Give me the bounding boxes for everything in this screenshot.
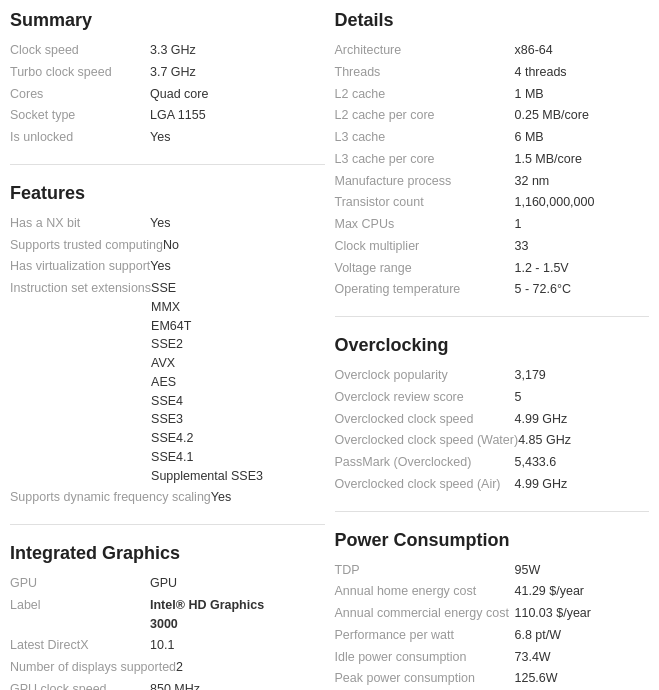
row-value: 10.1 (150, 636, 174, 655)
row-value: 95W (515, 561, 541, 580)
overclocking-rows: Overclock popularity3,179Overclock revie… (335, 366, 650, 494)
row-value: Intel® HD Graphics3000 (150, 596, 264, 634)
row-value: 3.3 GHz (150, 41, 196, 60)
row-label: GPU (10, 574, 150, 593)
table-row: Operating temperature5 - 72.6°C (335, 280, 650, 299)
table-row: Threads4 threads (335, 63, 650, 82)
table-row: L3 cache6 MB (335, 128, 650, 147)
table-row: L2 cache per core0.25 MB/core (335, 106, 650, 125)
summary-section: Summary Clock speed3.3 GHzTurbo clock sp… (10, 10, 325, 165)
row-label: Architecture (335, 41, 515, 60)
graphics-rows: GPUGPULabelIntel® HD Graphics3000Latest … (10, 574, 325, 690)
table-row: Transistor count1,160,000,000 (335, 193, 650, 212)
row-label: Manufacture process (335, 172, 515, 191)
graphics-section: Integrated Graphics GPUGPULabelIntel® HD… (10, 543, 325, 690)
table-row: Socket typeLGA 1155 (10, 106, 325, 125)
table-row: Supports dynamic frequency scalingYes (10, 488, 325, 507)
table-row: Instruction set extensionsSSEMMXEM64TSSE… (10, 279, 325, 485)
table-row: Max CPUs1 (335, 215, 650, 234)
row-value: 1.2 - 1.5V (515, 259, 569, 278)
row-label: Label (10, 596, 150, 615)
table-row: Number of displays supported2 (10, 658, 325, 677)
details-section: Details Architecturex86-64Threads4 threa… (335, 10, 650, 317)
table-row: Has virtualization supportYes (10, 257, 325, 276)
row-label: Annual home energy cost (335, 582, 515, 601)
row-value: GPU (150, 574, 177, 593)
row-value: 5 (515, 388, 522, 407)
right-column: Details Architecturex86-64Threads4 threa… (335, 10, 650, 690)
table-row: Annual home energy cost41.29 $/year (335, 582, 650, 601)
row-value: 1 (515, 215, 522, 234)
table-row: Overclock review score5 (335, 388, 650, 407)
row-label: Has a NX bit (10, 214, 150, 233)
row-label: Performance per watt (335, 626, 515, 645)
row-label: Overclock popularity (335, 366, 515, 385)
row-label: L2 cache (335, 85, 515, 104)
row-label: Voltage range (335, 259, 515, 278)
row-label: Supports trusted computing (10, 236, 163, 255)
table-row: PassMark (Overclocked)5,433.6 (335, 453, 650, 472)
row-value: 1.5 MB/core (515, 150, 582, 169)
row-value: 73.4W (515, 648, 551, 667)
row-value: 3.7 GHz (150, 63, 196, 82)
power-title: Power Consumption (335, 530, 650, 551)
row-value: 4.85 GHz (518, 431, 571, 450)
table-row: CoresQuad core (10, 85, 325, 104)
table-row: Is unlockedYes (10, 128, 325, 147)
row-value: 4.99 GHz (515, 410, 568, 429)
row-label: Has virtualization support (10, 257, 150, 276)
row-value: Yes (150, 257, 170, 276)
row-label: Latest DirectX (10, 636, 150, 655)
row-label: Operating temperature (335, 280, 515, 299)
features-rows: Has a NX bitYesSupports trusted computin… (10, 214, 325, 507)
row-label: GPU clock speed (10, 680, 150, 690)
table-row: Clock multiplier33 (335, 237, 650, 256)
row-value: 6.8 pt/W (515, 626, 562, 645)
graphics-title: Integrated Graphics (10, 543, 325, 564)
row-label: Supports dynamic frequency scaling (10, 488, 211, 507)
row-value: LGA 1155 (150, 106, 206, 125)
table-row: Peak power consumption125.6W (335, 669, 650, 688)
summary-rows: Clock speed3.3 GHzTurbo clock speed3.7 G… (10, 41, 325, 147)
row-label: Turbo clock speed (10, 63, 150, 82)
row-value: 41.29 $/year (515, 582, 585, 601)
row-label: Transistor count (335, 193, 515, 212)
row-label: TDP (335, 561, 515, 580)
summary-title: Summary (10, 10, 325, 31)
row-value: 5 - 72.6°C (515, 280, 571, 299)
table-row: Latest DirectX10.1 (10, 636, 325, 655)
details-rows: Architecturex86-64Threads4 threadsL2 cac… (335, 41, 650, 299)
table-row: TDP95W (335, 561, 650, 580)
row-label: Is unlocked (10, 128, 150, 147)
row-label: L3 cache (335, 128, 515, 147)
table-row: Voltage range1.2 - 1.5V (335, 259, 650, 278)
table-row: GPU clock speed850 MHz (10, 680, 325, 690)
page-container: Summary Clock speed3.3 GHzTurbo clock sp… (0, 0, 659, 690)
row-label: L2 cache per core (335, 106, 515, 125)
row-value: 2 (176, 658, 183, 677)
row-value: x86-64 (515, 41, 553, 60)
table-row: Turbo clock speed3.7 GHz (10, 63, 325, 82)
row-value: 5,433.6 (515, 453, 557, 472)
row-value: 110.03 $/year (515, 604, 591, 623)
row-label: Max CPUs (335, 215, 515, 234)
row-label: Number of displays supported (10, 658, 176, 677)
row-label: Overclocked clock speed (Air) (335, 475, 515, 494)
row-label: Socket type (10, 106, 150, 125)
power-rows: TDP95WAnnual home energy cost41.29 $/yea… (335, 561, 650, 691)
features-title: Features (10, 183, 325, 204)
left-column: Summary Clock speed3.3 GHzTurbo clock sp… (10, 10, 325, 690)
row-value: Quad core (150, 85, 208, 104)
power-section: Power Consumption TDP95WAnnual home ener… (335, 530, 650, 691)
row-value: No (163, 236, 179, 255)
row-value: 4.99 GHz (515, 475, 568, 494)
row-label: Peak power consumption (335, 669, 515, 688)
row-value: 1,160,000,000 (515, 193, 595, 212)
row-label: Clock multiplier (335, 237, 515, 256)
row-value: Yes (150, 128, 170, 147)
features-section: Features Has a NX bitYesSupports trusted… (10, 183, 325, 525)
row-value: 33 (515, 237, 529, 256)
row-value: 6 MB (515, 128, 544, 147)
row-value: 850 MHz (150, 680, 200, 690)
overclocking-section: Overclocking Overclock popularity3,179Ov… (335, 335, 650, 512)
